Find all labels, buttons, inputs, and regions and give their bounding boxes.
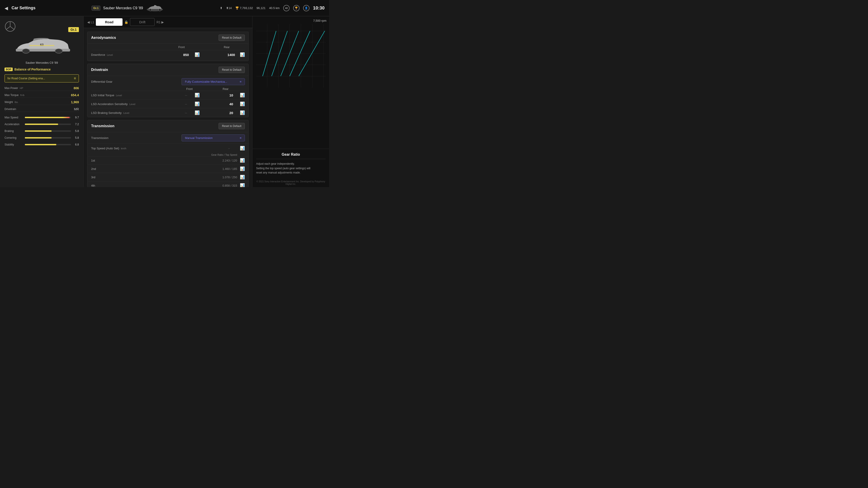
bop-label: Balance of Performance [14,68,51,71]
downforce-front-val: 850 [179,53,193,57]
downforce-row: Downforce Level 850 📊 1400 📊 [91,50,245,59]
gear-label-1st: 1st [91,159,210,162]
rating-val-cornering: 5.8 [73,136,79,139]
aero-section-header: Aerodynamics Reset to Default [88,32,248,44]
rating-bar-cornering [25,137,71,138]
lsd-init-rear-val: 10 [224,93,238,97]
bop-note[interactable]: for Road Course (Setting ena... ≡ [4,74,79,83]
lsd-accel-rear-bar[interactable]: 📊 [240,101,245,106]
signal-icon: ⬆ [220,6,222,10]
car-image-area: 63 [4,35,79,58]
downforce-rear-val: 1400 [224,53,238,57]
stat-row-power: Max Power HP 806 [4,86,79,91]
sidebar-grade-badge: Gr.1 [68,27,79,32]
gear-bar-3rd[interactable]: 📊 [240,175,245,180]
downforce-rear-bar-icon[interactable]: 📊 [240,52,245,57]
lsd-brake-front-val: -- [179,111,193,115]
gear-ratio-panel: Gear Ratio Adjust each gear independentl… [252,149,329,178]
lsd-init-front-bar[interactable]: 📊 [195,93,199,98]
lsd-init-front-val: -- [179,93,193,97]
svg-point-9 [55,49,62,53]
rpm-label: 7,500 rpm [255,19,327,22]
gear-label-4th: 4th [91,184,210,187]
aero-front-header: Front [173,46,191,49]
tab-right-arrow[interactable]: R1 ▶ [156,20,164,24]
signal-count: ⬆14 [226,6,232,10]
transmission-section: Transmission Reset to Default Transmissi… [87,120,249,187]
trans-label: Transmission [91,136,182,140]
page-title: Car Settings [11,6,35,10]
gear-row-4th: 4th 0.858 / 315 📊 [88,181,248,187]
diff-gear-row: Differential Gear Fully Customizable Mec… [88,76,248,88]
rating-val-stability: 6.8 [73,143,79,146]
aero-title: Aerodynamics [91,36,116,40]
svg-point-1 [149,9,151,11]
center-content: ◀ L1 Road 🔒 Drift R1 ▶ Aerodynamics Rese… [84,16,252,187]
stat-value-drivetrain: MR [74,107,79,111]
main-layout: Gr.1 63 Sauber Mercedes C9 '89 [0,16,329,187]
drivetrain-section-header: Drivetrain Reset to Default [88,64,248,76]
drivetrain-title: Drivetrain [91,68,108,72]
trans-value: Manual Transmission [185,136,213,140]
rating-bar-braking [25,130,71,132]
sidebar: Gr.1 63 Sauber Mercedes C9 '89 [0,16,84,187]
rating-bar-acceleration [25,124,71,125]
svg-line-5 [6,26,10,29]
diff-gear-selector[interactable]: Fully Customizable Mechanica... ≡ [182,78,245,85]
top-speed-bar-icon[interactable]: 📊 [240,146,245,151]
distance-display: 40.5 km [269,6,280,10]
rating-acceleration: Acceleration 7.2 [4,122,79,127]
gear-chart-svg [255,24,327,88]
downforce-front-bar-icon[interactable]: 📊 [195,52,199,57]
car-name-header: Sauber Mercedes C9 '89 [103,6,143,10]
lsd-brake-front-bar[interactable]: 📊 [195,110,199,115]
lsd-accel-front-val: -- [179,102,193,106]
rating-cornering: Cornering 5.8 [4,135,79,140]
diff-gear-value: Fully Customizable Mechanica... [185,80,227,84]
gear-bar-2nd[interactable]: 📊 [240,166,245,171]
svg-point-8 [22,49,30,53]
lsd-init-rear-bar[interactable]: 📊 [240,93,245,98]
gear-bar-1st[interactable]: 📊 [240,158,245,163]
back-button[interactable]: ◀ [4,5,8,11]
trans-selector-row: Transmission Manual Transmission ≡ [88,132,248,144]
badge-48: 48 [283,5,289,11]
gear-label-3rd: 3rd [91,175,210,179]
copyright-text: © 2021 Sony Interactive Entertainment In… [252,178,329,187]
lsd-col-headers: Front Rear [91,88,245,91]
aero-rear-header: Rear [218,46,236,49]
aero-reset-button[interactable]: Reset to Default [219,35,245,41]
top-bar-left: ◀ Car Settings [4,5,35,11]
top-speed-row: Top Speed (Auto Set) km/h -- 📊 [88,144,248,153]
tab-road[interactable]: Road [96,18,123,26]
credits-display: 🏆 7,793,132 [235,6,253,10]
gear-row-2nd: 2nd 1.460 / 185 📊 [88,164,248,173]
trans-menu-icon: ≡ [240,136,241,140]
diff-gear-menu-icon: ≡ [240,80,241,84]
gear-bar-4th[interactable]: 📊 [240,183,245,187]
gear-value-1st: 2.243 / 120 [210,159,237,162]
stat-row-drivetrain: Drivetrain MR [4,107,79,112]
car-thumbnail [146,4,164,13]
tab-drift[interactable]: Drift [130,18,155,26]
trans-section-header: Transmission Reset to Default [88,120,248,132]
gear-ratio-header-text: Gear Ratio / Top Speed [211,153,237,156]
trans-type-selector[interactable]: Manual Transmission ≡ [182,134,245,141]
lsd-braking-sensitivity-row: LSD Braking Sensitivity Level -- 📊 20 📊 [91,108,245,117]
top-bar-center: Gr.1 Sauber Mercedes C9 '89 [92,4,164,13]
tab-left-arrow[interactable]: ◀ L1 [87,20,94,24]
sections-container: Aerodynamics Reset to Default Front Rear… [84,28,252,187]
drivetrain-section: Drivetrain Reset to Default Differential… [87,64,249,117]
bop-tag: BOP [4,68,13,71]
lsd-accel-front-bar[interactable]: 📊 [195,101,199,106]
svg-line-6 [10,26,14,29]
stat-row-weight: Weight lbs. 1,969 [4,100,79,105]
stats-section: Max Power HP 806 Max Torque ft-lb 654.4 … [4,86,79,112]
aerodynamics-section: Aerodynamics Reset to Default Front Rear… [87,32,249,61]
lsd-brake-rear-bar[interactable]: 📊 [240,110,245,115]
trans-reset-button[interactable]: Reset to Default [219,123,245,129]
svg-rect-12 [256,24,326,88]
sidebar-car-name: Sauber Mercedes C9 '89 [4,61,79,64]
tabs-bar: ◀ L1 Road 🔒 Drift R1 ▶ [84,16,252,28]
drivetrain-reset-button[interactable]: Reset to Default [219,67,245,73]
